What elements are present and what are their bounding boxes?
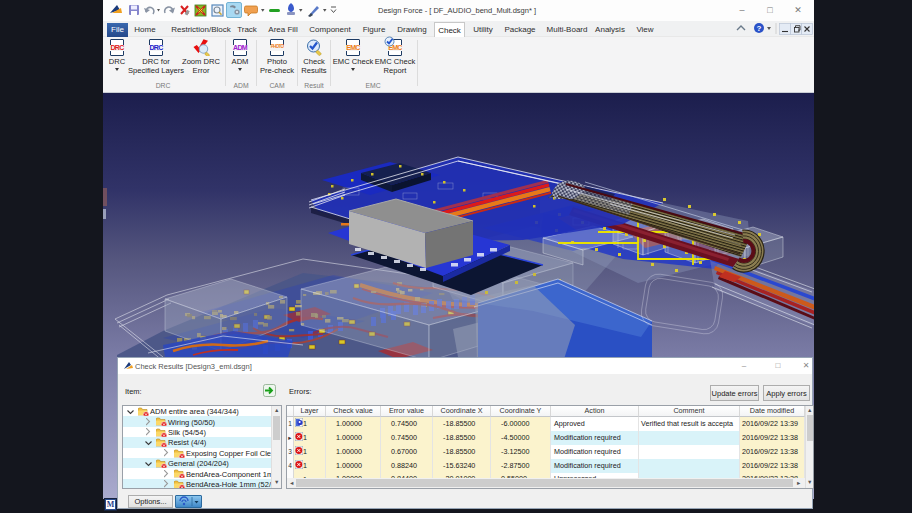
svg-text:?: ? xyxy=(757,24,762,33)
